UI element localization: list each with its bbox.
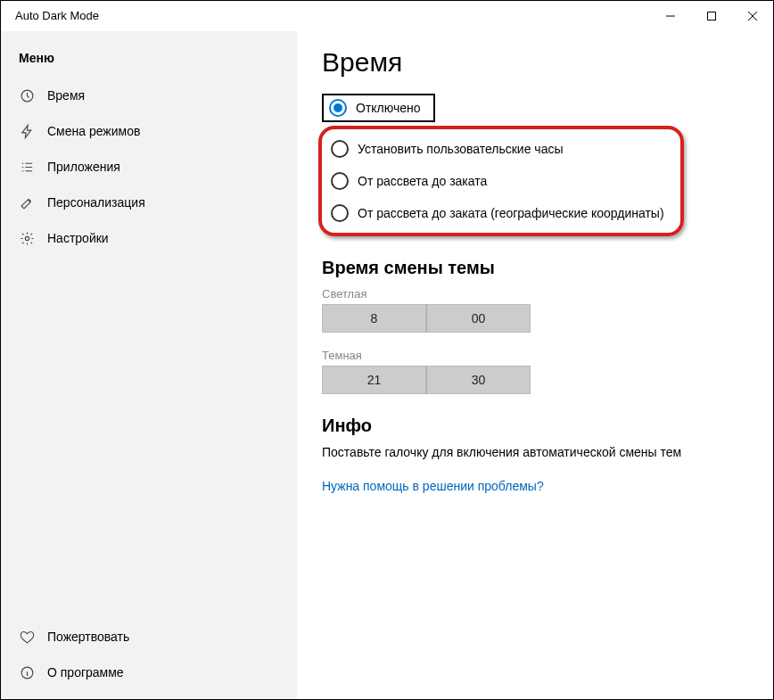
sidebar-item-label: Настройки	[47, 231, 109, 245]
light-time-picker[interactable]: 8 00	[322, 304, 746, 333]
radio-label: От рассвета до заката (географические ко…	[358, 206, 664, 220]
sidebar-item-label: Персонализация	[47, 195, 145, 210]
sidebar-item-settings[interactable]: Настройки	[1, 220, 297, 256]
sidebar-item-label: Смена режимов	[47, 124, 140, 138]
sidebar-item-label: Приложения	[47, 160, 120, 174]
info-icon	[19, 664, 35, 680]
light-theme-label: Светлая	[322, 287, 746, 301]
dark-minute[interactable]: 30	[426, 366, 531, 394]
content: Время Отключено Установить пользовательс…	[297, 31, 773, 699]
svg-rect-0	[708, 12, 716, 20]
section-info-title: Инфо	[322, 416, 746, 436]
annotation-highlight: Установить пользовательские часы От расс…	[318, 126, 684, 236]
gear-icon	[19, 230, 35, 246]
edit-icon	[19, 194, 35, 210]
radio-label: Установить пользовательские часы	[358, 142, 564, 156]
lightning-icon	[19, 123, 35, 139]
page-title: Время	[322, 47, 746, 78]
clock-icon	[19, 87, 35, 103]
sidebar-item-donate[interactable]: Пожертвовать	[1, 619, 297, 655]
radio-icon	[329, 99, 347, 117]
radio-icon	[331, 140, 349, 158]
maximize-button[interactable]	[691, 1, 732, 30]
dark-theme-label: Темная	[322, 349, 746, 362]
sidebar-item-time[interactable]: Время	[1, 78, 297, 113]
radio-icon	[331, 172, 349, 190]
radio-label: От рассвета до заката	[358, 174, 487, 188]
maximize-icon	[707, 12, 716, 21]
sidebar-heading: Меню	[1, 51, 297, 78]
radio-disabled[interactable]: Отключено	[322, 94, 435, 122]
sidebar-item-personalization[interactable]: Персонализация	[1, 185, 297, 220]
svg-point-2	[25, 236, 29, 240]
dark-time-picker[interactable]: 21 30	[322, 366, 746, 394]
close-icon	[748, 12, 757, 21]
sidebar-item-about[interactable]: О программе	[1, 655, 297, 690]
light-minute[interactable]: 00	[426, 304, 531, 333]
radio-sunrise-sunset[interactable]: От рассвета до заката	[324, 165, 671, 197]
sidebar-item-apps[interactable]: Приложения	[1, 149, 297, 185]
sidebar: Меню Время Смена режимов Приложения Перс…	[1, 31, 297, 699]
list-icon	[19, 159, 35, 175]
close-button[interactable]	[732, 1, 773, 30]
sidebar-item-label: Пожертвовать	[47, 630, 129, 644]
sidebar-item-label: Время	[47, 88, 85, 103]
radio-group-mode: Отключено Установить пользовательские ча…	[322, 94, 746, 236]
radio-sunrise-geo[interactable]: От рассвета до заката (географические ко…	[324, 197, 671, 229]
sidebar-item-switch-modes[interactable]: Смена режимов	[1, 113, 297, 149]
window-controls	[650, 1, 773, 30]
minimize-button[interactable]	[650, 1, 691, 30]
dark-hour[interactable]: 21	[322, 366, 426, 394]
section-theme-switch-title: Время смены темы	[322, 258, 746, 278]
light-hour[interactable]: 8	[322, 304, 426, 333]
radio-icon	[331, 204, 349, 222]
help-link[interactable]: Нужна помощь в решении проблемы?	[322, 479, 746, 493]
minimize-icon	[666, 12, 675, 21]
sidebar-item-label: О программе	[47, 665, 124, 679]
titlebar: Auto Dark Mode	[1, 1, 773, 31]
heart-icon	[19, 629, 35, 645]
app-title: Auto Dark Mode	[15, 9, 99, 22]
info-text: Поставьте галочку для включения автомати…	[322, 445, 746, 459]
radio-custom-hours[interactable]: Установить пользовательские часы	[324, 133, 671, 165]
radio-label: Отключено	[356, 101, 421, 115]
